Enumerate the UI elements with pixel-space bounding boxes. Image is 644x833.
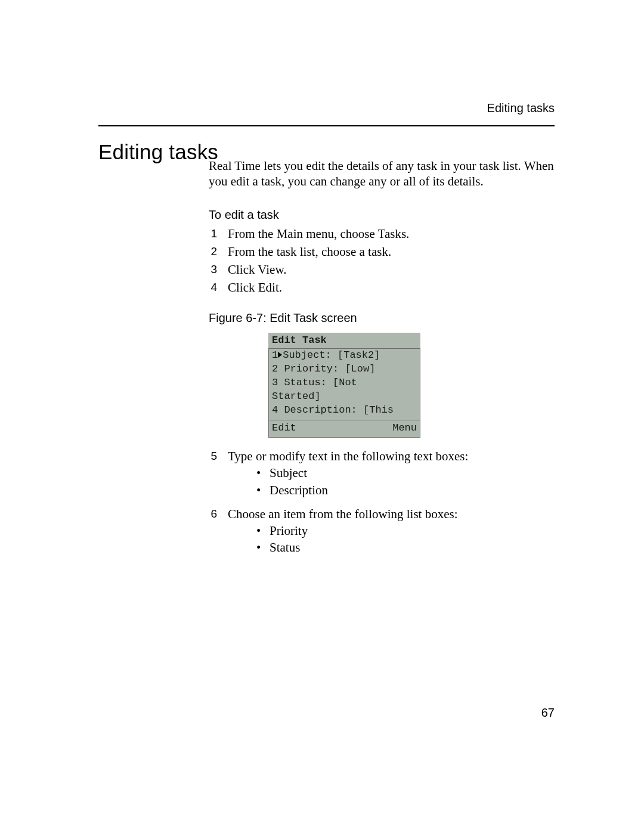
step: 1 From the Main menu, choose Tasks. [209,226,555,241]
step-text-content: Choose an item from the following list b… [228,507,458,521]
bullet-item: Subject [256,465,555,481]
line-text: Description: [This [278,404,394,416]
softkey-left: Edit [272,422,296,435]
cursor-pointer-icon [278,352,282,358]
step-text: Click Edit. [228,280,555,295]
step: 5 Type or modify text in the following t… [209,448,555,504]
page-number: 67 [541,706,555,720]
line-prefix: 1 [272,349,278,361]
procedure-steps-bottom: 5 Type or modify text in the following t… [209,448,555,562]
screen-softkeys: Edit Menu [268,420,420,438]
step-number: 6 [209,506,217,562]
screen-line: 1Subject: [Task2] [272,349,417,363]
step-text: From the Main menu, choose Tasks. [228,226,555,241]
step: 4 Click Edit. [209,280,555,295]
line-text: Status: [Not [278,377,357,388]
step-text-content: Type or modify text in the following tex… [228,449,468,463]
step-number: 2 [209,244,217,259]
line-prefix: 4 [272,404,278,416]
screen-line: 3 Status: [Not [272,376,417,390]
step-number: 1 [209,226,217,241]
screen-body: 1Subject: [Task2] 2 Priority: [Low] 3 St… [268,349,420,419]
screen-line: 2 Priority: [Low] [272,363,417,376]
edit-task-screen-figure: Edit Task 1Subject: [Task2] 2 Priority: … [268,333,420,438]
step-text: Type or modify text in the following tex… [228,448,555,504]
step-text: Choose an item from the following list b… [228,506,555,562]
line-prefix: 3 [272,377,278,388]
content-area: Real Time lets you edit the details of a… [209,158,555,577]
step-number: 3 [209,262,217,277]
procedure-steps-top: 1 From the Main menu, choose Tasks. 2 Fr… [209,226,555,296]
running-header: Editing tasks [487,101,555,115]
procedure-heading: To edit a task [209,208,555,222]
step-text: From the task list, choose a task. [228,244,555,259]
header-rule [98,125,555,126]
line-prefix: 2 [272,363,278,374]
bullet-item: Description [256,482,555,498]
screen-title: Edit Task [268,333,420,349]
bullet-list: Subject Description [228,465,555,498]
line-text: Subject: [Task2] [283,349,380,361]
softkey-right: Menu [392,422,417,435]
bullet-item: Status [256,540,555,555]
intro-paragraph: Real Time lets you edit the details of a… [209,158,555,190]
step-text: Click View. [228,262,555,277]
step: 6 Choose an item from the following list… [209,506,555,562]
line-text: Started] [272,391,321,402]
line-text: Priority: [Low] [278,363,375,374]
figure-caption: Figure 6-7: Edit Task screen [209,311,555,326]
step-number: 5 [209,448,217,504]
document-page: Editing tasks Editing tasks Real Time le… [0,0,644,833]
screen-line: 4 Description: [This [272,404,417,417]
step: 3 Click View. [209,262,555,277]
bullet-item: Priority [256,523,555,538]
step-number: 4 [209,280,217,295]
screen-line: Started] [272,390,417,404]
step: 2 From the task list, choose a task. [209,244,555,259]
bullet-list: Priority Status [228,523,555,556]
section-title: Editing tasks [98,140,218,164]
